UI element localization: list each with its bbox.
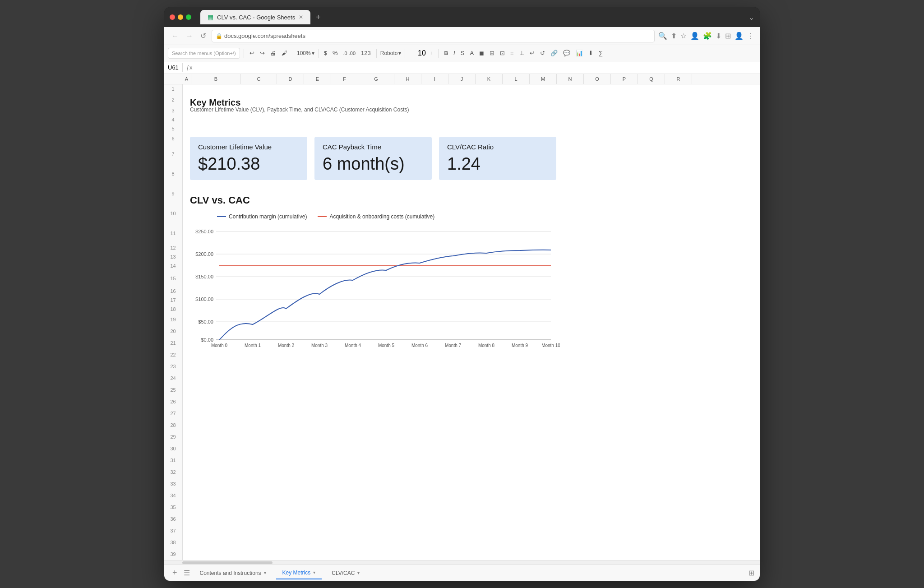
bold-button[interactable]: B xyxy=(442,49,450,57)
filter-button[interactable]: ⬇ xyxy=(587,49,595,57)
tab-clv-cac[interactable]: CLV/CAC ▾ xyxy=(325,567,366,579)
link-button[interactable]: 🔗 xyxy=(549,49,559,57)
back-button[interactable]: ← xyxy=(170,30,180,42)
sheet-menu-button[interactable]: ☰ xyxy=(184,569,190,577)
explore-button[interactable]: ⊞ xyxy=(748,569,754,577)
strikethrough-button[interactable]: S xyxy=(459,49,467,57)
zoom-icon: 🔍 xyxy=(658,32,667,40)
chart-button[interactable]: 📊 xyxy=(574,49,585,57)
metric-label-ratio: CLV/CAC Ratio xyxy=(447,143,548,151)
toolbar-separator-6 xyxy=(438,49,439,58)
tab-key-metrics[interactable]: Key Metrics ▾ xyxy=(276,567,322,579)
svg-text:Month 5: Month 5 xyxy=(378,343,395,347)
tab-contents-instructions[interactable]: Contents and Instructions ▾ xyxy=(194,567,273,579)
row-numbers: 1 2 3 4 5 6 7 8 9 10 11 12 13 14 15 16 1… xyxy=(164,84,183,560)
col-header-k[interactable]: K xyxy=(476,74,503,84)
row-2: 2 xyxy=(164,93,182,106)
decimal-button[interactable]: .0 .00 xyxy=(342,50,358,57)
functions-button[interactable]: ∑ xyxy=(597,49,605,57)
undo-button[interactable]: ↩ xyxy=(248,49,256,57)
chart-legend: Contribution margin (cumulative) Acquisi… xyxy=(217,213,753,220)
borders-button[interactable]: ⊞ xyxy=(488,49,496,57)
refresh-button[interactable]: ↺ xyxy=(199,30,208,42)
col-header-o[interactable]: O xyxy=(584,74,611,84)
close-button[interactable] xyxy=(170,14,175,20)
col-header-n[interactable]: N xyxy=(557,74,584,84)
row-30: 30 xyxy=(164,443,182,454)
toolbar-separator-2 xyxy=(293,49,293,58)
col-header-b[interactable]: B xyxy=(191,74,241,84)
row-4: 4 xyxy=(164,115,182,124)
row-35: 35 xyxy=(164,501,182,513)
avatar-icon[interactable]: 👤 xyxy=(735,32,744,40)
format-123-button[interactable]: 123 xyxy=(359,49,373,57)
lock-icon: 🔒 xyxy=(216,33,222,39)
row-21: 21 xyxy=(164,337,182,349)
row-3: 3 xyxy=(164,106,182,115)
print-button[interactable]: 🖨 xyxy=(268,49,278,57)
row-32: 32 xyxy=(164,466,182,478)
col-header-d[interactable]: D xyxy=(277,74,304,84)
col-header-g[interactable]: G xyxy=(358,74,394,84)
row-13: 13 xyxy=(164,252,182,261)
scrollbar-area[interactable] xyxy=(164,560,760,565)
col-header-j[interactable]: J xyxy=(448,74,476,84)
col-header-p[interactable]: P xyxy=(611,74,638,84)
address-bar[interactable]: 🔒 docs.google.com/spreadsheets xyxy=(212,30,655,42)
text-color-button[interactable]: A xyxy=(468,49,476,57)
row-15: 15 xyxy=(164,270,182,287)
currency-button[interactable]: $ xyxy=(322,49,329,57)
col-header-f[interactable]: F xyxy=(331,74,358,84)
rotate-button[interactable]: ↺ xyxy=(538,49,547,57)
menu-icon[interactable]: ⋮ xyxy=(747,32,754,40)
row-29: 29 xyxy=(164,431,182,443)
fill-color-button[interactable]: ◼ xyxy=(477,49,486,57)
cell-reference[interactable]: U61 xyxy=(168,64,179,71)
row-8: 8 xyxy=(164,164,182,184)
row-6: 6 xyxy=(164,133,182,144)
font-size-decrease[interactable]: − xyxy=(409,49,416,57)
add-sheet-button[interactable]: + xyxy=(170,568,180,578)
new-tab-button[interactable]: + xyxy=(312,13,324,22)
tab-close-icon[interactable]: ✕ xyxy=(299,14,303,20)
zoom-selector[interactable]: 100% ▾ xyxy=(297,50,314,56)
maximize-button[interactable] xyxy=(186,14,191,20)
menu-search[interactable]: Search the menus (Option+/) xyxy=(168,48,240,59)
valign-button[interactable]: ⊥ xyxy=(517,49,526,57)
scrollbar-thumb[interactable] xyxy=(182,561,273,564)
font-size-increase[interactable]: + xyxy=(428,49,435,57)
svg-text:Month 8: Month 8 xyxy=(478,343,495,347)
merge-button[interactable]: ⊡ xyxy=(498,49,507,57)
bottom-bar: + ☰ Contents and Instructions ▾ Key Metr… xyxy=(164,565,760,581)
col-header-r[interactable]: R xyxy=(665,74,692,84)
spacer-row-1 xyxy=(190,88,753,97)
font-selector[interactable]: Roboto ▾ xyxy=(380,50,402,56)
paint-format-button[interactable]: 🖌 xyxy=(280,49,289,57)
align-button[interactable]: ≡ xyxy=(508,49,516,57)
italic-button[interactable]: I xyxy=(452,49,457,57)
col-header-m[interactable]: M xyxy=(530,74,557,84)
svg-text:$50.00: $50.00 xyxy=(198,319,213,324)
percent-button[interactable]: % xyxy=(331,49,340,57)
row-11: 11 xyxy=(164,223,182,243)
col-header-l[interactable]: L xyxy=(503,74,530,84)
wrap-button[interactable]: ↵ xyxy=(528,49,536,57)
svg-text:Month 9: Month 9 xyxy=(512,343,528,347)
metric-value-clv: $210.38 xyxy=(198,154,299,174)
col-header-c[interactable]: C xyxy=(241,74,277,84)
row-37: 37 xyxy=(164,525,182,537)
redo-button[interactable]: ↪ xyxy=(258,49,267,57)
col-header-h[interactable]: H xyxy=(394,74,421,84)
active-tab[interactable]: ▦ CLV vs. CAC - Google Sheets ✕ xyxy=(200,10,310,24)
nav-icons-right: 🔍 ⬆ ☆ 👤 🧩 ⬇ ⊞ 👤 ⋮ xyxy=(658,32,754,40)
col-header-i[interactable]: I xyxy=(421,74,448,84)
minimize-button[interactable] xyxy=(178,14,183,20)
title-bar: ▦ CLV vs. CAC - Google Sheets ✕ + ⌄ xyxy=(164,7,760,27)
comment-button[interactable]: 💬 xyxy=(561,49,572,57)
col-header-e[interactable]: E xyxy=(304,74,331,84)
col-header-q[interactable]: Q xyxy=(638,74,665,84)
bookmark-icon: ☆ xyxy=(680,32,687,40)
col-header-a[interactable]: A xyxy=(182,74,191,84)
tab-key-metrics-label: Key Metrics xyxy=(282,569,311,576)
forward-button[interactable]: → xyxy=(184,30,195,42)
